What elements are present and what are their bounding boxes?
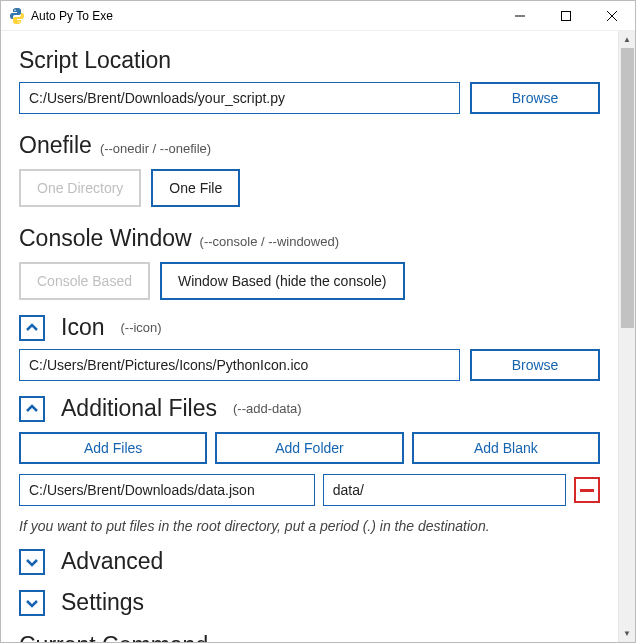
icon-hint: (--icon) [120, 320, 161, 335]
script-location-title: Script Location [19, 47, 171, 74]
additional-hint: (--add-data) [233, 401, 302, 416]
icon-path-input[interactable] [19, 349, 460, 381]
additional-collapse-toggle[interactable] [19, 396, 45, 422]
data-dest-input[interactable] [323, 474, 566, 506]
settings-title: Settings [61, 589, 144, 616]
one-directory-button[interactable]: One Directory [19, 169, 141, 207]
browse-icon-button[interactable]: Browse [470, 349, 600, 381]
scroll-up-arrow[interactable]: ▲ [619, 31, 635, 48]
chevron-up-icon [25, 321, 39, 335]
add-folder-button[interactable]: Add Folder [215, 432, 403, 464]
add-blank-button[interactable]: Add Blank [412, 432, 600, 464]
script-path-input[interactable] [19, 82, 460, 114]
titlebar: Auto Py To Exe [1, 1, 635, 31]
chevron-up-icon [25, 402, 39, 416]
python-icon [9, 8, 25, 24]
settings-collapse-toggle[interactable] [19, 590, 45, 616]
icon-title: Icon [61, 314, 104, 341]
window-based-button[interactable]: Window Based (hide the console) [160, 262, 405, 300]
scrollbar-thumb[interactable] [621, 48, 634, 328]
console-title: Console Window [19, 225, 192, 252]
advanced-title: Advanced [61, 548, 163, 575]
data-source-input[interactable] [19, 474, 315, 506]
console-based-button[interactable]: Console Based [19, 262, 150, 300]
window-controls [497, 1, 635, 30]
main-content: Script Location Browse Onefile (--onedir… [1, 31, 618, 642]
maximize-button[interactable] [543, 1, 589, 30]
close-button[interactable] [589, 1, 635, 30]
minimize-button[interactable] [497, 1, 543, 30]
chevron-down-icon [25, 596, 39, 610]
onefile-hint: (--onedir / --onefile) [100, 141, 211, 156]
chevron-down-icon [25, 555, 39, 569]
command-title: Current Command [19, 632, 208, 642]
additional-note: If you want to put files in the root dir… [19, 518, 600, 534]
browse-script-button[interactable]: Browse [470, 82, 600, 114]
onefile-title: Onefile [19, 132, 92, 159]
window-title: Auto Py To Exe [31, 9, 497, 23]
advanced-collapse-toggle[interactable] [19, 549, 45, 575]
vertical-scrollbar[interactable]: ▲ ▼ [618, 31, 635, 642]
icon-collapse-toggle[interactable] [19, 315, 45, 341]
minus-icon [580, 489, 594, 492]
additional-title: Additional Files [61, 395, 217, 422]
one-file-button[interactable]: One File [151, 169, 240, 207]
add-files-button[interactable]: Add Files [19, 432, 207, 464]
console-hint: (--console / --windowed) [200, 234, 339, 249]
svg-rect-1 [562, 11, 571, 20]
remove-entry-button[interactable] [574, 477, 600, 503]
scroll-down-arrow[interactable]: ▼ [619, 625, 635, 642]
